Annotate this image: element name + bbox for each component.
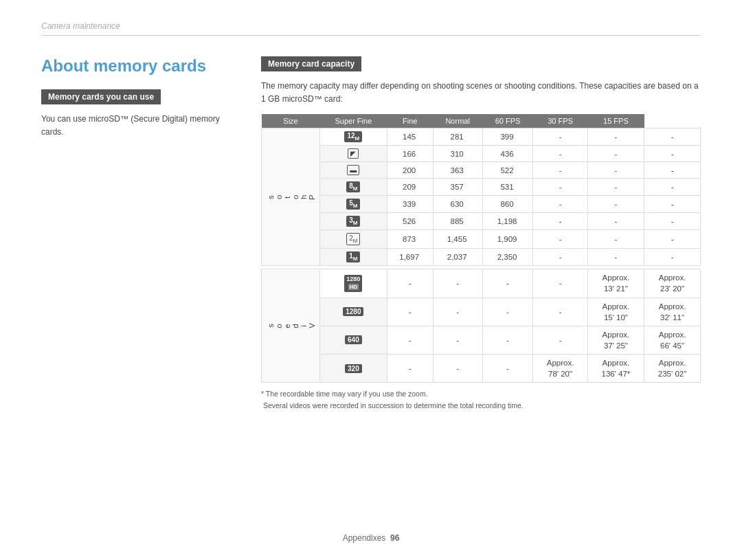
col-header-60fps: 60 FPS (482, 114, 533, 128)
table-row: 8M 209 357 531 - - - (262, 179, 701, 196)
section-header-memory-cards: Memory cards you can use (41, 89, 161, 104)
breadcrumb: Camera maintenance (41, 21, 120, 31)
table-row: ▬ 200 363 522 - - - (262, 162, 701, 179)
size-cell: 3M (320, 213, 387, 230)
col-header-size: Size (262, 114, 320, 128)
table-row: 1280 - - - - Approx.15' 10" Approx.32' 1… (262, 298, 701, 326)
size-cell: 2M (320, 230, 387, 249)
footer-label: Appendixes (343, 533, 386, 543)
col-header-fine: Fine (387, 114, 433, 128)
footnote-2: Several videos were recorded in successi… (261, 400, 701, 412)
breadcrumb-bar: Camera maintenance (41, 21, 701, 36)
table-row: ◤ 166 310 436 - - - (262, 146, 701, 162)
size-icon-1280hd: 1280HD (344, 275, 362, 292)
left-column: About memory cards Memory cards you can … (41, 56, 234, 412)
size-icon-1m: 1M (346, 251, 360, 262)
size-cell: 12M (320, 128, 387, 146)
footnotes: * The recordable time may vary if you us… (261, 388, 701, 412)
size-icon-wide: ◤ (348, 148, 359, 159)
col-header-15fps: 15 FPS (587, 114, 644, 128)
size-cell: 1280HD (320, 269, 387, 298)
size-icon-12m: 12M (344, 131, 362, 142)
col-header-30fps: 30 FPS (533, 114, 587, 128)
size-icon-320: 320 (345, 364, 362, 373)
footnote-1: * The recordable time may vary if you us… (261, 388, 701, 400)
footer: Appendixes 96 (343, 533, 400, 543)
table-row: Videos 1280HD - - - - Approx.13' 21" App… (262, 269, 701, 298)
size-cell: ▬ (320, 162, 387, 179)
col-header-normal: Normal (433, 114, 482, 128)
page-title: About memory cards (41, 56, 234, 76)
size-cell: 320 (320, 354, 387, 382)
memory-cards-body: You can use microSD™ (Secure Digital) me… (41, 113, 234, 139)
capacity-table: Size Super Fine Fine Normal 60 FPS 30 FP… (261, 114, 701, 383)
size-icon-1280: 1280 (343, 307, 363, 316)
size-cell: 8M (320, 179, 387, 196)
size-icon-640: 640 (345, 335, 362, 344)
table-row: 320 - - - Approx.78' 20" Approx.136' 47*… (262, 354, 701, 382)
section-header-capacity: Memory card capacity (261, 56, 361, 71)
page-number: 96 (390, 533, 399, 543)
table-row: Photos 12M 145 281 399 - - - (262, 128, 701, 146)
size-icon-8m: 8M (346, 181, 360, 192)
size-cell: ◤ (320, 146, 387, 162)
size-icon-rect: ▬ (347, 165, 359, 175)
table-row: 3M 526 885 1,198 - - - (262, 213, 701, 230)
right-column: Memory card capacity The memory capacity… (261, 56, 701, 412)
size-cell: 1M (320, 249, 387, 266)
capacity-intro: The memory capacity may differ depending… (261, 80, 701, 106)
size-icon-3m: 3M (346, 216, 360, 227)
videos-group-label: Videos (262, 269, 320, 383)
table-row: 2M 873 1,455 1,909 - - - (262, 230, 701, 249)
val-sf: 145 (387, 128, 433, 146)
size-cell: 5M (320, 196, 387, 213)
col-header-superfine: Super Fine (320, 114, 387, 128)
table-row: 1M 1,697 2,037 2,350 - - - (262, 249, 701, 266)
table-row: 5M 339 630 860 - - - (262, 196, 701, 213)
size-cell: 640 (320, 326, 387, 354)
photos-group-label: Photos (262, 128, 320, 266)
size-cell: 1280 (320, 298, 387, 326)
table-row: 640 - - - - Approx.37' 25" Approx.66' 45… (262, 326, 701, 354)
size-icon-5m: 5M (346, 199, 360, 210)
size-icon-2m: 2M (346, 233, 360, 245)
